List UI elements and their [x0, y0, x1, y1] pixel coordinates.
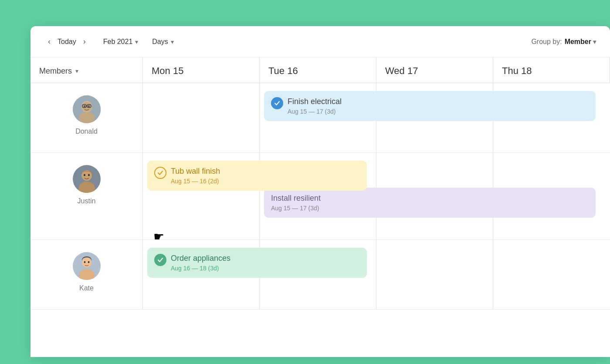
month-selector[interactable]: Feb 2021 ▾	[103, 38, 139, 46]
next-button[interactable]: ›	[80, 35, 89, 48]
justin-name: Justin	[78, 197, 96, 205]
justin-member-cell: Justin	[30, 153, 143, 239]
days-label: Days	[152, 38, 168, 46]
order-appliances-title: Order appliances	[171, 254, 360, 263]
finish-electrical-title: Finish electrical	[288, 97, 589, 106]
svg-point-4	[84, 105, 85, 108]
days-chevron: ▾	[171, 38, 174, 45]
month-chevron: ▾	[135, 38, 138, 45]
donald-member-cell: Donald	[30, 83, 143, 152]
members-chevron: ▾	[75, 67, 78, 74]
svg-point-17	[84, 261, 85, 263]
task-install-resilient[interactable]: Install resilient Aug 15 — 17 (3d)	[264, 188, 596, 218]
task-finish-electrical[interactable]: Finish electrical Aug 15 — 17 (3d)	[264, 91, 596, 121]
task-tub-wall-finish[interactable]: Tub wall finish Aug 15 — 16 (2d)	[147, 161, 367, 191]
nav-controls: ‹ Today ›	[44, 35, 89, 48]
tub-wall-dates: Aug 15 — 16 (2d)	[171, 178, 360, 185]
donald-tue: Finish electrical Aug 15 — 17 (3d)	[260, 83, 376, 152]
task-order-appliances[interactable]: Order appliances Aug 16 — 18 (3d)	[147, 248, 367, 278]
col-header-mon: Mon 15	[143, 57, 260, 83]
donald-avatar-img	[73, 95, 101, 123]
row-donald: Donald Finish electrical Aug 15 — 17	[30, 83, 610, 153]
donald-avatar	[73, 95, 101, 123]
task-icon-check-yellow	[154, 167, 166, 179]
donald-name: Donald	[75, 128, 98, 135]
install-resilient-dates: Aug 15 — 17 (3d)	[271, 205, 589, 212]
install-resilient-title: Install resilient	[271, 194, 589, 203]
group-by-member: Member	[565, 38, 591, 46]
task-icon-check-green	[154, 254, 166, 266]
svg-point-12	[84, 174, 85, 176]
order-appliances-text: Order appliances Aug 16 — 18 (3d)	[171, 254, 360, 272]
kate-row-grid: Kate Order appliances Aug 16 — 18 (3d)	[30, 240, 610, 310]
install-resilient-text: Install resilient Aug 15 — 17 (3d)	[271, 194, 589, 212]
row-kate: Kate Order appliances Aug 16 — 18 (3d)	[30, 240, 610, 310]
kate-mon: Order appliances Aug 16 — 18 (3d)	[143, 240, 260, 309]
row-justin: Justin Tub wall finish Aug 15 — 16 (2d)	[30, 153, 610, 240]
svg-point-5	[88, 105, 90, 108]
order-appliances-dates: Aug 16 — 18 (3d)	[171, 265, 360, 272]
kate-wed	[376, 240, 493, 309]
calendar: Members ▾ Mon 15 Tue 16 Wed 17 Thu 18	[30, 57, 610, 310]
group-by-chevron: ▾	[593, 38, 596, 45]
donald-row-grid: Donald Finish electrical Aug 15 — 17	[30, 83, 610, 153]
month-label: Feb 2021	[103, 38, 133, 46]
column-headers: Members ▾ Mon 15 Tue 16 Wed 17 Thu 18	[30, 57, 610, 83]
kate-thu	[493, 240, 610, 309]
col-header-thu: Thu 18	[493, 57, 610, 83]
svg-point-18	[88, 261, 89, 263]
kate-avatar-img	[73, 252, 101, 280]
donald-mon	[143, 83, 260, 152]
col-header-tue: Tue 16	[260, 57, 376, 83]
group-by: Group by: Member ▾	[531, 38, 596, 46]
kate-member-cell: Kate	[30, 240, 143, 309]
members-header[interactable]: Members ▾	[30, 57, 143, 83]
finish-electrical-dates: Aug 15 — 17 (3d)	[288, 108, 589, 115]
group-by-value[interactable]: Member ▾	[565, 38, 596, 46]
svg-point-13	[88, 174, 90, 176]
task-icon-check-blue	[271, 97, 283, 109]
kate-avatar	[73, 252, 101, 280]
finish-electrical-text: Finish electrical Aug 15 — 17 (3d)	[288, 97, 589, 115]
justin-avatar-img	[73, 165, 101, 193]
justin-mon: Tub wall finish Aug 15 — 16 (2d) ☛	[143, 153, 260, 239]
tub-wall-text: Tub wall finish Aug 15 — 16 (2d)	[171, 167, 360, 185]
justin-avatar	[73, 165, 101, 193]
justin-row-grid: Justin Tub wall finish Aug 15 — 16 (2d)	[30, 153, 610, 240]
members-label: Members	[39, 67, 72, 76]
today-button[interactable]: Today	[57, 36, 77, 47]
days-selector[interactable]: Days ▾	[152, 38, 173, 46]
toolbar: ‹ Today › Feb 2021 ▾ Days ▾ Group by: Me…	[30, 26, 610, 57]
group-by-label: Group by:	[531, 38, 562, 46]
tub-wall-title: Tub wall finish	[171, 167, 360, 176]
prev-button[interactable]: ‹	[44, 35, 54, 48]
kate-name: Kate	[79, 284, 94, 292]
col-header-wed: Wed 17	[376, 57, 493, 83]
